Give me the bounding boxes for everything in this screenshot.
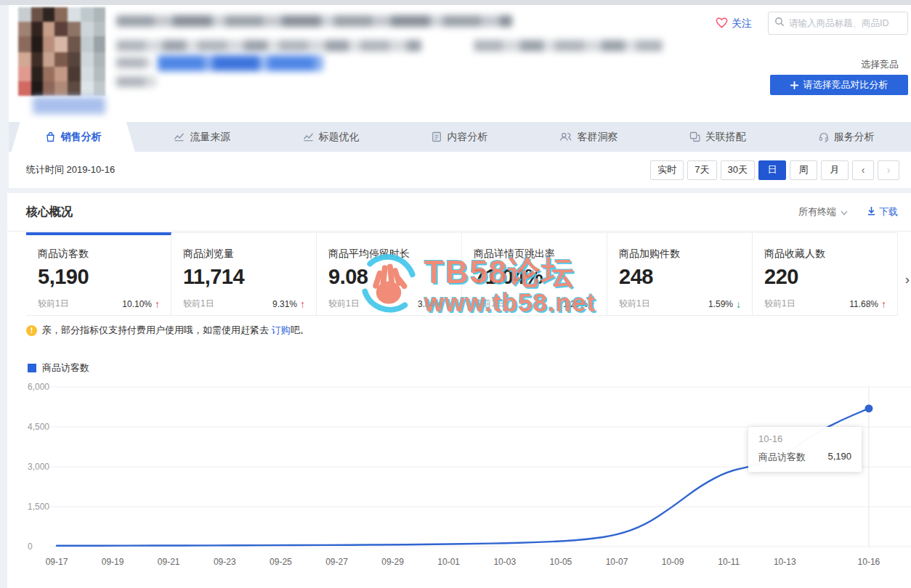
svg-text:09-29: 09-29 xyxy=(381,557,404,567)
compare-button-label: 请选择竞品对比分析 xyxy=(803,78,888,91)
next-period-button[interactable]: › xyxy=(878,160,899,180)
section-title: 核心概况 xyxy=(26,205,73,220)
search-input[interactable] xyxy=(789,18,906,28)
metric-card-avg-stay[interactable]: 商品平均停留时长 9.08 较前1日 3.84% ↓ xyxy=(317,232,462,315)
change-arrow: ↑ xyxy=(591,298,596,310)
plus-icon xyxy=(790,81,798,89)
svg-text:09-23: 09-23 xyxy=(214,557,236,567)
svg-text:10-13: 10-13 xyxy=(774,557,796,567)
svg-text:09-27: 09-27 xyxy=(325,557,348,567)
notice-text: 亲，部分指标仅支持付费用户使用哦，如需使用赶紧去 xyxy=(42,324,272,335)
blurred-tags xyxy=(158,55,323,71)
search-icon xyxy=(774,17,785,30)
time-filter-row: 统计时间 2019-10-16 实时 7天 30天 日 周 月 ‹ › xyxy=(9,152,911,188)
blurred-info-line xyxy=(116,76,156,87)
chart-tooltip: 10-16 商品访客数 5,190 xyxy=(748,427,862,472)
visitor-trend-chart[interactable]: 01,5003,0004,5006,00009-1709-1909-2109-2… xyxy=(7,377,911,588)
overview-header: 核心概况 所有终端 下载 xyxy=(7,193,911,232)
select-competitor-label[interactable]: 选择竞品 xyxy=(861,58,899,71)
metric-value: 71.04% xyxy=(474,265,607,289)
range-7day-button[interactable]: 7天 xyxy=(687,160,716,180)
svg-text:1,500: 1,500 xyxy=(28,502,49,512)
metric-label: 商品详情页跳出率 xyxy=(474,248,607,261)
svg-text:3,000: 3,000 xyxy=(28,462,49,472)
metric-card-bounce-rate[interactable]: 商品详情页跳出率 71.04% 较前1日 1.20% ↑ xyxy=(462,232,607,315)
heart-icon xyxy=(716,17,728,31)
range-month-button[interactable]: 月 xyxy=(821,160,849,180)
metric-value: 11,714 xyxy=(183,265,316,289)
change-arrow: ↑ xyxy=(300,298,305,310)
tab-content-analysis[interactable]: 内容分析 xyxy=(395,122,524,152)
chevron-down-icon xyxy=(841,207,848,218)
range-realtime-button[interactable]: 实时 xyxy=(650,160,684,180)
change-percent: 11.68% xyxy=(849,299,878,309)
terminal-filter-dropdown[interactable]: 所有终端 xyxy=(798,205,848,219)
tab-label: 标题优化 xyxy=(319,131,360,144)
paid-feature-notice: ! 亲，部分指标仅支持付费用户使用哦，如需使用赶紧去 订购吧。 xyxy=(26,324,309,337)
linked-items-icon xyxy=(689,131,700,142)
metric-label: 商品收藏人数 xyxy=(764,248,897,261)
line-chart-icon xyxy=(174,131,185,142)
range-day-button[interactable]: 日 xyxy=(758,160,786,180)
change-percent: 1.20% xyxy=(563,299,588,309)
compare-competitor-button[interactable]: 请选择竞品对比分析 xyxy=(770,75,908,95)
compare-label: 较前1日 xyxy=(38,298,69,310)
svg-text:09-19: 09-19 xyxy=(102,557,124,567)
compare-label: 较前1日 xyxy=(183,298,214,310)
visitor-chart-svg: 01,5003,0004,5006,00009-1709-1909-2109-2… xyxy=(7,377,911,588)
svg-text:6,000: 6,000 xyxy=(28,382,49,392)
metric-card-pageviews[interactable]: 商品浏览量 11,714 较前1日 9.31% ↑ xyxy=(171,232,317,315)
download-button[interactable]: 下载 xyxy=(867,205,898,219)
svg-text:09-21: 09-21 xyxy=(158,557,180,567)
change-percent: 9.31% xyxy=(272,299,297,309)
tab-sales-analysis[interactable]: 销售分析 xyxy=(9,122,137,152)
svg-text:09-17: 09-17 xyxy=(46,557,68,567)
svg-text:10-01: 10-01 xyxy=(437,557,460,567)
tab-traffic-source[interactable]: 流量来源 xyxy=(137,122,266,152)
blurred-info-line xyxy=(116,57,151,68)
blurred-title-line xyxy=(116,15,512,27)
chart-legend: 商品访客数 xyxy=(28,362,89,375)
follow-button[interactable]: 关注 xyxy=(716,16,752,32)
svg-text:10-11: 10-11 xyxy=(718,557,740,567)
compare-label: 较前1日 xyxy=(764,298,795,310)
range-week-button[interactable]: 周 xyxy=(790,160,817,180)
change-arrow: ↑ xyxy=(155,298,160,310)
svg-text:0: 0 xyxy=(28,542,33,552)
tab-related-match[interactable]: 关联搭配 xyxy=(653,122,782,152)
legend-swatch xyxy=(28,364,36,372)
product-search[interactable] xyxy=(768,12,908,35)
follow-label: 关注 xyxy=(732,17,752,30)
bag-icon xyxy=(45,131,56,142)
tooltip-date: 10-16 xyxy=(758,433,851,444)
metric-value: 5,190 xyxy=(38,265,171,289)
metric-card-visitors[interactable]: 商品访客数 5,190 较前1日 10.10% ↑ xyxy=(26,232,171,315)
product-image-blurred xyxy=(18,7,105,96)
tab-label: 流量来源 xyxy=(190,131,230,144)
tab-service-analysis[interactable]: 服务分析 xyxy=(782,122,911,152)
subscribe-link[interactable]: 订购 xyxy=(272,324,291,335)
analysis-tab-bar: 销售分析 流量来源 标题优化 内容分析 客群洞察 关联搭配 xyxy=(9,122,911,152)
blurred-info-line xyxy=(116,40,421,52)
download-label: 下载 xyxy=(879,205,898,219)
people-icon xyxy=(559,131,572,142)
tab-label: 客群洞察 xyxy=(577,131,618,144)
metric-card-add-to-cart[interactable]: 商品加购件数 248 较前1日 1.59% ↓ xyxy=(607,232,753,315)
tab-label: 关联搭配 xyxy=(705,131,746,144)
metrics-next-icon[interactable]: › xyxy=(905,271,910,287)
metric-value: 9.08 xyxy=(328,265,461,289)
notice-text: 吧。 xyxy=(291,324,309,335)
svg-text:10-03: 10-03 xyxy=(493,557,516,567)
change-percent: 1.59% xyxy=(708,299,733,309)
prev-period-button[interactable]: ‹ xyxy=(852,160,874,180)
tab-customer-insight[interactable]: 客群洞察 xyxy=(525,122,653,152)
tab-title-optimization[interactable]: 标题优化 xyxy=(267,122,395,152)
change-arrow: ↓ xyxy=(736,298,741,310)
metric-label: 商品加购件数 xyxy=(619,248,752,261)
metric-card-favorites[interactable]: 商品收藏人数 220 较前1日 11.68% ↑ xyxy=(753,232,898,315)
svg-text:4,500: 4,500 xyxy=(28,422,49,432)
svg-text:10-09: 10-09 xyxy=(662,557,684,567)
range-30day-button[interactable]: 30天 xyxy=(721,160,755,180)
tooltip-series: 商品访客数 xyxy=(758,451,806,464)
svg-text:10-05: 10-05 xyxy=(550,557,572,567)
